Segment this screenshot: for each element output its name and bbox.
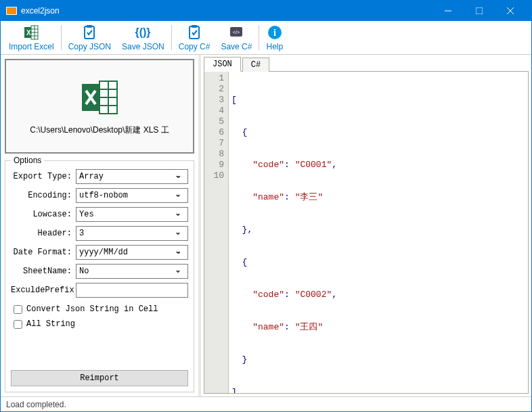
- options-group: Options Export Type: Array Encoding: utf…: [5, 160, 194, 392]
- left-panel: C:\Users\Lenovo\Desktop\新建 XLS 工 Options…: [1, 55, 198, 396]
- svg-text:X: X: [26, 29, 31, 37]
- options-legend: Options: [11, 156, 44, 165]
- convert-json-checkbox-row[interactable]: Convert Json String in Cell: [14, 304, 188, 314]
- close-button[interactable]: [495, 1, 526, 21]
- save-cs-button[interactable]: </> Save C#: [215, 22, 257, 53]
- header-label: Header:: [11, 229, 76, 238]
- svg-rect-1: [476, 7, 483, 14]
- clipboard-icon: [81, 24, 97, 41]
- date-format-select[interactable]: yyyy/MM/dd: [76, 245, 188, 260]
- svg-text:i: i: [273, 28, 276, 38]
- encoding-select[interactable]: utf8-nobom: [76, 188, 188, 203]
- save-json-button[interactable]: {()} Save JSON: [116, 22, 170, 53]
- separator: [61, 25, 62, 50]
- filepath-label: C:\Users\Lenovo\Desktop\新建 XLS 工: [27, 124, 171, 136]
- export-type-label: Export Type:: [11, 172, 76, 181]
- titlebar: excel2json: [1, 1, 531, 21]
- sheet-name-select[interactable]: No: [76, 264, 188, 279]
- toolbar: X Import Excel Copy JSON {()} Save JSON …: [1, 21, 531, 55]
- status-text: Load completed.: [6, 400, 66, 409]
- right-panel: JSON C# 1 2 3 4 5 6 7 8 9 10 [ { "code":…: [201, 55, 531, 396]
- code-editor[interactable]: 1 2 3 4 5 6 7 8 9 10 [ { "code": "C0001"…: [204, 71, 529, 394]
- all-string-label: All String: [26, 319, 75, 329]
- import-excel-button[interactable]: X Import Excel: [3, 22, 60, 53]
- window-title: excel2json: [21, 6, 433, 16]
- exclude-prefix-input[interactable]: [76, 283, 188, 298]
- exclude-prefix-label: ExculdePrefix:: [11, 285, 76, 295]
- line-gutter: 1 2 3 4 5 6 7 8 9 10: [204, 72, 229, 393]
- maximize-button[interactable]: [464, 1, 495, 21]
- svg-rect-11: [85, 26, 94, 39]
- copy-json-label: Copy JSON: [68, 42, 111, 51]
- code-file-icon: </>: [228, 24, 244, 41]
- copy-cs-label: Copy C#: [179, 42, 210, 51]
- svg-rect-15: [192, 25, 197, 28]
- date-format-label: Date Format:: [11, 248, 76, 257]
- encoding-label: Encoding:: [11, 191, 76, 200]
- clipboard-icon: [186, 24, 202, 41]
- code-area[interactable]: [ { "code": "C0001", "name": "李三" }, { "…: [229, 72, 528, 393]
- help-label: Help: [266, 42, 283, 51]
- tab-json[interactable]: JSON: [204, 57, 241, 72]
- export-type-select[interactable]: Array: [76, 169, 188, 184]
- svg-rect-12: [87, 25, 92, 28]
- reimport-button[interactable]: Reimport: [11, 370, 188, 386]
- copy-json-button[interactable]: Copy JSON: [63, 22, 116, 53]
- tabs: JSON C#: [201, 55, 531, 71]
- tab-cs[interactable]: C#: [242, 58, 269, 72]
- excel-icon: X: [23, 24, 39, 41]
- lowcase-select[interactable]: Yes: [76, 207, 188, 222]
- json-braces-icon: {()}: [135, 24, 151, 41]
- all-string-checkbox-row[interactable]: All String: [14, 319, 188, 329]
- status-bar: Load completed.: [1, 396, 531, 411]
- convert-json-checkbox[interactable]: [14, 305, 22, 314]
- svg-text:{()}: {()}: [135, 26, 151, 38]
- info-icon: i: [267, 24, 283, 41]
- separator: [259, 25, 259, 50]
- sheet-name-label: SheetName:: [11, 267, 76, 276]
- lowcase-label: Lowcase:: [11, 210, 76, 219]
- all-string-checkbox[interactable]: [14, 320, 22, 329]
- separator: [171, 25, 172, 50]
- minimize-button[interactable]: [433, 1, 464, 21]
- excel-large-icon: [79, 77, 120, 118]
- help-button[interactable]: i Help: [261, 22, 288, 53]
- header-select[interactable]: 3: [76, 226, 188, 241]
- save-json-label: Save JSON: [122, 42, 164, 51]
- convert-json-label: Convert Json String in Cell: [26, 304, 158, 314]
- svg-text:</>: </>: [233, 30, 240, 35]
- save-cs-label: Save C#: [221, 42, 252, 51]
- svg-rect-14: [190, 26, 199, 39]
- file-preview: C:\Users\Lenovo\Desktop\新建 XLS 工: [5, 59, 194, 154]
- import-excel-label: Import Excel: [9, 42, 54, 51]
- copy-cs-button[interactable]: Copy C#: [173, 22, 216, 53]
- app-icon: [6, 7, 17, 15]
